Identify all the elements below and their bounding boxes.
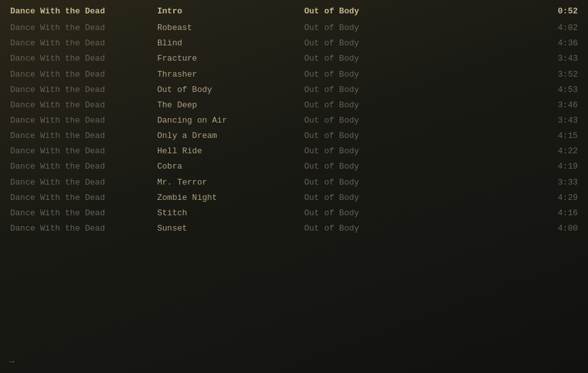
table-row[interactable]: Dance With the Dead Fracture Out of Body… xyxy=(0,51,588,66)
table-row[interactable]: Dance With the Dead Out of Body Out of B… xyxy=(0,82,588,98)
track-artist: Dance With the Dead xyxy=(10,176,157,189)
track-album: Out of Body xyxy=(304,160,451,173)
track-album: Out of Body xyxy=(304,99,451,112)
table-row[interactable]: Dance With the Dead Mr. Terror Out of Bo… xyxy=(0,175,588,190)
track-title: Cobra xyxy=(157,160,304,173)
track-duration: 3:43 xyxy=(451,52,578,65)
track-artist: Dance With the Dead xyxy=(10,222,157,235)
track-duration: 4:22 xyxy=(451,145,578,158)
header-track: Intro xyxy=(157,5,304,18)
track-title: Out of Body xyxy=(157,84,304,96)
table-row[interactable]: Dance With the Dead Stitch Out of Body 4… xyxy=(0,206,588,221)
header-artist: Dance With the Dead xyxy=(10,5,157,18)
table-row[interactable]: Dance With the Dead Thrasher Out of Body… xyxy=(0,67,588,82)
track-title: Mr. Terror xyxy=(157,176,304,189)
track-duration: 4:00 xyxy=(451,222,578,235)
track-album: Out of Body xyxy=(304,22,451,34)
header-album: Out of Body xyxy=(304,5,451,18)
track-album: Out of Body xyxy=(304,222,451,235)
track-artist: Dance With the Dead xyxy=(10,84,157,96)
table-row[interactable]: Dance With the Dead Blind Out of Body 4:… xyxy=(0,36,588,51)
table-row[interactable]: Dance With the Dead Cobra Out of Body 4:… xyxy=(0,159,588,174)
track-artist: Dance With the Dead xyxy=(10,207,157,220)
track-artist: Dance With the Dead xyxy=(10,99,157,112)
track-duration: 4:02 xyxy=(451,22,578,34)
track-artist: Dance With the Dead xyxy=(10,114,157,127)
track-title: Stitch xyxy=(157,207,304,220)
table-row[interactable]: Dance With the Dead Only a Dream Out of … xyxy=(0,128,588,144)
track-artist: Dance With the Dead xyxy=(10,22,157,34)
track-duration: 4:36 xyxy=(451,37,578,50)
track-album: Out of Body xyxy=(304,207,451,220)
track-title: Fracture xyxy=(157,52,304,65)
track-album: Out of Body xyxy=(304,114,451,127)
header-duration: 0:52 xyxy=(451,5,578,18)
track-duration: 3:52 xyxy=(451,68,578,81)
track-album: Out of Body xyxy=(304,176,451,189)
track-title: Only a Dream xyxy=(157,130,304,142)
track-album: Out of Body xyxy=(304,52,451,65)
track-title: Thrasher xyxy=(157,68,304,81)
track-duration: 4:19 xyxy=(451,160,578,173)
track-album: Out of Body xyxy=(304,192,451,204)
track-artist: Dance With the Dead xyxy=(10,52,157,65)
track-artist: Dance With the Dead xyxy=(10,37,157,50)
track-album: Out of Body xyxy=(304,145,451,158)
track-duration: 3:43 xyxy=(451,114,578,127)
track-album: Out of Body xyxy=(304,84,451,96)
track-duration: 3:46 xyxy=(451,99,578,112)
track-duration: 4:16 xyxy=(451,207,578,220)
track-duration: 4:29 xyxy=(451,192,578,204)
track-duration: 4:53 xyxy=(451,84,578,96)
track-artist: Dance With the Dead xyxy=(10,130,157,142)
track-artist: Dance With the Dead xyxy=(10,192,157,204)
track-title: Hell Ride xyxy=(157,145,304,158)
track-list: Dance With the Dead Intro Out of Body 0:… xyxy=(0,0,588,240)
track-album: Out of Body xyxy=(304,68,451,81)
table-row[interactable]: Dance With the Dead Zombie Night Out of … xyxy=(0,190,588,206)
table-row[interactable]: Dance With the Dead Dancing on Air Out o… xyxy=(0,113,588,128)
table-row[interactable]: Dance With the Dead The Deep Out of Body… xyxy=(0,98,588,113)
table-header: Dance With the Dead Intro Out of Body 0:… xyxy=(0,4,588,19)
track-album: Out of Body xyxy=(304,130,451,142)
bottom-arrow: → xyxy=(9,356,14,367)
table-row[interactable]: Dance With the Dead Robeast Out of Body … xyxy=(0,20,588,36)
track-duration: 4:15 xyxy=(451,130,578,142)
track-artist: Dance With the Dead xyxy=(10,68,157,81)
track-title: Dancing on Air xyxy=(157,114,304,127)
track-artist: Dance With the Dead xyxy=(10,145,157,158)
track-title: Blind xyxy=(157,37,304,50)
track-duration: 3:33 xyxy=(451,176,578,189)
table-row[interactable]: Dance With the Dead Hell Ride Out of Bod… xyxy=(0,144,588,159)
track-album: Out of Body xyxy=(304,37,451,50)
track-title: Zombie Night xyxy=(157,192,304,204)
track-title: The Deep xyxy=(157,99,304,112)
table-row[interactable]: Dance With the Dead Sunset Out of Body 4… xyxy=(0,221,588,236)
track-title: Robeast xyxy=(157,22,304,34)
track-artist: Dance With the Dead xyxy=(10,160,157,173)
track-title: Sunset xyxy=(157,222,304,235)
